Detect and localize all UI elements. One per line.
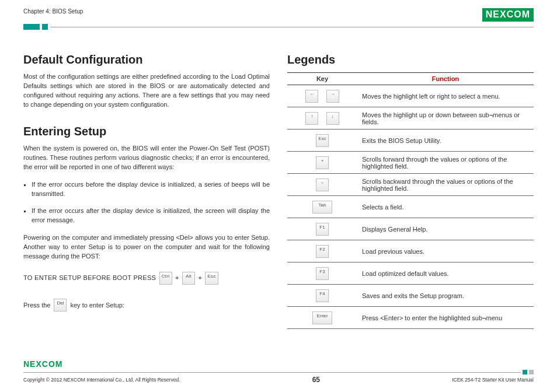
del-key-icon: Del bbox=[54, 299, 67, 312]
legend-function-cell: Scrolls backward through the values or o… bbox=[357, 174, 534, 196]
table-row: F4Saves and exits the Setup program. bbox=[287, 285, 534, 307]
para-power-on: Powering on the computer and immediately… bbox=[23, 233, 270, 261]
alt-key-icon: Alt bbox=[182, 272, 195, 285]
brand-logo: NEXCOM bbox=[482, 8, 534, 22]
setup-label: TO ENTER SETUP BEFORE BOOT PRESS bbox=[23, 274, 156, 281]
legend-function-cell: Displays General Help. bbox=[357, 218, 534, 240]
key-icon: → bbox=[326, 90, 339, 103]
legend-key-cell: ← → bbox=[287, 85, 357, 107]
footer-rule bbox=[23, 372, 521, 373]
legend-function-cell: Scrolls forward through the values or op… bbox=[357, 152, 534, 174]
logo-text-left: NE bbox=[486, 9, 500, 20]
key-icon: − bbox=[316, 178, 329, 191]
heading-entering-setup: Entering Setup bbox=[23, 125, 270, 138]
legend-key-cell: F2 bbox=[287, 240, 357, 262]
table-row: EscExits the BIOS Setup Utility. bbox=[287, 130, 534, 152]
key-icon: Enter bbox=[312, 312, 332, 324]
table-row: F2Load previous values. bbox=[287, 240, 534, 262]
key-icon: ↑ bbox=[305, 112, 318, 125]
legend-key-cell: + bbox=[287, 152, 357, 174]
esc-key-icon: Esc bbox=[205, 272, 218, 285]
key-icon: F3 bbox=[316, 267, 329, 280]
plus-sep-1: + bbox=[175, 274, 179, 281]
legend-function-cell: Moves the highlight up or down between s… bbox=[357, 107, 534, 130]
legend-function-cell: Load optimized default values. bbox=[357, 262, 534, 285]
header-accent-chip bbox=[42, 24, 48, 30]
legend-function-cell: Exits the BIOS Setup Utility. bbox=[357, 130, 534, 152]
setup-hotkey-line: TO ENTER SETUP BEFORE BOOT PRESS Ctrl + … bbox=[23, 272, 270, 285]
legend-function-cell: Saves and exits the Setup program. bbox=[357, 285, 534, 307]
th-function: Function bbox=[357, 73, 534, 85]
heading-default-config: Default Configuration bbox=[23, 53, 270, 66]
logo-text-right: COM bbox=[507, 9, 530, 20]
legend-function-cell: Load previous values. bbox=[357, 240, 534, 262]
header-accent-bar bbox=[23, 24, 40, 30]
footer-chip-2 bbox=[529, 370, 534, 374]
key-icon: F4 bbox=[316, 289, 329, 302]
heading-legends: Legends bbox=[287, 53, 534, 66]
footer-logo: NEXCOM bbox=[23, 359, 534, 369]
key-icon: Tab bbox=[312, 201, 332, 214]
table-row: F1Displays General Help. bbox=[287, 218, 534, 240]
legend-key-cell: ↑ ↓ bbox=[287, 107, 357, 130]
key-icon: ← bbox=[305, 90, 318, 103]
chapter-label: Chapter 4: BIOS Setup bbox=[23, 8, 83, 15]
table-row: ↑ ↓Moves the highlight up or down betwee… bbox=[287, 107, 534, 130]
table-row: ← →Moves the highlight left or right to … bbox=[287, 85, 534, 107]
key-icon: + bbox=[316, 156, 329, 169]
press-del-line: Press the Del key to enter Setup: bbox=[23, 299, 270, 312]
legend-key-cell: − bbox=[287, 174, 357, 196]
table-row: TabSelects a field. bbox=[287, 196, 534, 218]
legend-key-cell: Enter bbox=[287, 307, 357, 329]
legend-key-cell: Esc bbox=[287, 130, 357, 152]
key-icon: F2 bbox=[316, 245, 329, 258]
table-row: −Scrolls backward through the values or … bbox=[287, 174, 534, 196]
para-default-config: Most of the configuration settings are e… bbox=[23, 72, 270, 110]
legend-key-cell: Tab bbox=[287, 196, 357, 218]
legend-key-cell: F4 bbox=[287, 285, 357, 307]
table-row: +Scrolls forward through the values or o… bbox=[287, 152, 534, 174]
ctrl-key-icon: Ctrl bbox=[159, 272, 172, 285]
legend-function-cell: Moves the highlight left or right to sel… bbox=[357, 85, 534, 107]
doc-title: ICEK 254-T2 Starter Kit User Manual bbox=[452, 377, 534, 383]
para-entering-setup: When the system is powered on, the BIOS … bbox=[23, 144, 270, 172]
page-number: 65 bbox=[312, 376, 320, 384]
header-rule bbox=[50, 27, 534, 27]
logo-x-icon: X bbox=[500, 9, 507, 20]
key-icon: F1 bbox=[316, 223, 329, 236]
legends-table: Key Function ← →Moves the highlight left… bbox=[287, 72, 534, 329]
table-row: EnterPress <Enter> to enter the highligh… bbox=[287, 307, 534, 329]
bullet-screen-error: If the error occurs after the display de… bbox=[32, 206, 270, 225]
legend-function-cell: Selects a field. bbox=[357, 196, 534, 218]
legend-function-cell: Press <Enter> to enter the highlighted s… bbox=[357, 307, 534, 329]
press-post: key to enter Setup: bbox=[70, 302, 124, 309]
plus-sep-2: + bbox=[198, 274, 202, 281]
copyright-text: Copyright © 2012 NEXCOM International Co… bbox=[23, 377, 180, 383]
key-icon: Esc bbox=[316, 134, 329, 147]
press-pre: Press the bbox=[23, 302, 50, 309]
key-icon: ↓ bbox=[326, 112, 339, 125]
legend-key-cell: F3 bbox=[287, 262, 357, 285]
bullet-beeps: If the error occurs before the display d… bbox=[32, 180, 270, 199]
table-row: F3Load optimized default values. bbox=[287, 262, 534, 285]
th-key: Key bbox=[287, 73, 357, 85]
footer-chip-1 bbox=[523, 370, 527, 374]
legend-key-cell: F1 bbox=[287, 218, 357, 240]
